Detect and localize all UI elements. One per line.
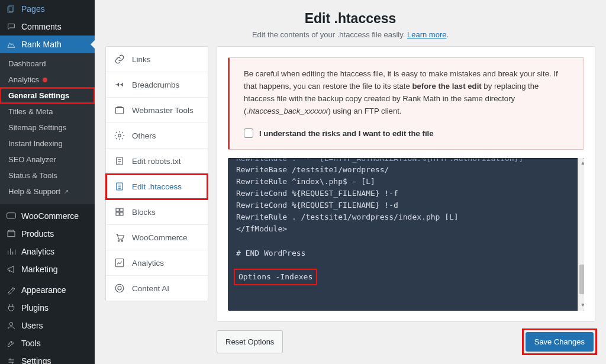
svg-rect-11 bbox=[116, 212, 119, 215]
menu-marketing[interactable]: Marketing bbox=[0, 260, 95, 278]
submenu-label: Status & Tools bbox=[8, 171, 57, 180]
footer-actions: Reset Options Save Changes bbox=[217, 322, 595, 353]
menu-rank-math[interactable]: Rank Math bbox=[0, 36, 95, 53]
submenu-help-support[interactable]: Help & Support ↗ bbox=[0, 183, 95, 199]
code-line: RewriteRule . /testsite1/wordpress/index… bbox=[236, 212, 459, 221]
tab-edit-htaccess[interactable]: Edit .htaccess bbox=[106, 174, 208, 199]
cart-icon bbox=[114, 232, 125, 243]
analytics-tab-icon bbox=[114, 257, 125, 268]
submenu-label: Dashboard bbox=[8, 59, 46, 68]
menu-settings[interactable]: Settings bbox=[0, 352, 95, 364]
submenu-label: Help & Support bbox=[8, 187, 60, 196]
consent-checkbox[interactable] bbox=[244, 128, 253, 138]
svg-point-14 bbox=[121, 240, 123, 241]
submenu-titles-meta[interactable]: Titles & Meta bbox=[0, 104, 95, 120]
scrollbar-thumb[interactable] bbox=[579, 265, 584, 294]
submenu-dashboard[interactable]: Dashboard bbox=[0, 56, 95, 72]
plugins-icon bbox=[6, 303, 17, 313]
menu-label: Rank Math bbox=[21, 40, 62, 49]
settings-tabs: Links Breadcrumbs Webmaster Tools Others… bbox=[105, 46, 208, 301]
external-link-icon: ↗ bbox=[64, 188, 69, 195]
menu-users[interactable]: Users bbox=[0, 317, 95, 334]
menu-analytics[interactable]: Analytics bbox=[0, 243, 95, 260]
tab-label: Webmaster Tools bbox=[132, 106, 194, 115]
svg-rect-9 bbox=[116, 208, 119, 211]
menu-tools[interactable]: Tools bbox=[0, 334, 95, 352]
breadcrumbs-icon bbox=[114, 79, 125, 90]
wp-admin-sidebar: Pages Comments Rank Math Dashboard Analy… bbox=[0, 0, 95, 364]
content-ai-icon bbox=[114, 283, 125, 294]
tab-links[interactable]: Links bbox=[106, 47, 208, 72]
submenu-label: Instant Indexing bbox=[8, 139, 63, 148]
svg-rect-2 bbox=[7, 213, 16, 218]
settings-icon bbox=[6, 356, 17, 364]
htaccess-editor-card: Be careful when editing the htaccess fil… bbox=[217, 46, 595, 322]
tab-others[interactable]: Others bbox=[106, 123, 208, 149]
users-icon bbox=[6, 321, 17, 330]
menu-pages[interactable]: Pages bbox=[0, 0, 95, 18]
tab-content-ai[interactable]: Content AI bbox=[106, 276, 208, 301]
svg-point-17 bbox=[118, 286, 121, 290]
menu-products[interactable]: Products bbox=[0, 225, 95, 243]
submenu-status-tools[interactable]: Status & Tools bbox=[0, 167, 95, 183]
submenu-sitemap-settings[interactable]: Sitemap Settings bbox=[0, 120, 95, 136]
scroll-up-arrow[interactable]: ▲ bbox=[578, 159, 584, 167]
submenu-label: Analytics bbox=[8, 75, 39, 84]
tab-webmaster-tools[interactable]: Webmaster Tools bbox=[106, 98, 208, 123]
menu-woocommerce[interactable]: WooCommerce bbox=[0, 207, 95, 225]
submenu-instant-indexing[interactable]: Instant Indexing bbox=[0, 136, 95, 152]
tab-analytics[interactable]: Analytics bbox=[106, 250, 208, 276]
code-line: RewriteCond %{REQUEST_FILENAME} !-f bbox=[236, 189, 398, 198]
rank-math-icon bbox=[6, 40, 17, 49]
reset-options-button[interactable]: Reset Options bbox=[217, 330, 283, 353]
textarea-scrollbar[interactable]: ▲▼ bbox=[578, 158, 584, 311]
menu-label: Pages bbox=[21, 4, 45, 14]
menu-label: Settings bbox=[21, 356, 51, 364]
tab-label: Breadcrumbs bbox=[132, 80, 179, 89]
svg-point-16 bbox=[115, 284, 124, 292]
code-line: RewriteBase /testsite1/wordpress/ bbox=[236, 165, 389, 174]
warning-box: Be careful when editing the htaccess fil… bbox=[228, 57, 584, 150]
subtitle-text: . bbox=[446, 30, 449, 39]
submenu-label: Titles & Meta bbox=[8, 107, 53, 116]
submenu-seo-analyzer[interactable]: SEO Analyzer bbox=[0, 152, 95, 167]
comments-icon bbox=[6, 22, 17, 31]
code-line-highlighted: Options -Indexes bbox=[236, 271, 315, 283]
submenu-general-settings[interactable]: General Settings bbox=[0, 88, 95, 104]
save-changes-button[interactable]: Save Changes bbox=[526, 332, 594, 352]
learn-more-link[interactable]: Learn more bbox=[407, 30, 446, 39]
menu-comments[interactable]: Comments bbox=[0, 18, 95, 36]
settings-container: Links Breadcrumbs Webmaster Tools Others… bbox=[105, 46, 595, 353]
tab-woocommerce[interactable]: WooCommerce bbox=[106, 225, 208, 250]
notification-dot bbox=[43, 78, 47, 82]
page-header: Edit .htaccess Edit the contents of your… bbox=[95, 0, 606, 46]
submenu-label: SEO Analyzer bbox=[8, 155, 56, 164]
htaccess-textarea[interactable]: RewriteRule . - [L=HTTP_AUTHORIZATION:%{… bbox=[228, 158, 584, 311]
submenu-label: Sitemap Settings bbox=[8, 123, 66, 132]
scroll-down-arrow[interactable]: ▼ bbox=[578, 301, 584, 310]
menu-label: Users bbox=[21, 321, 43, 330]
tab-blocks[interactable]: Blocks bbox=[106, 199, 208, 225]
menu-label: Marketing bbox=[21, 265, 57, 274]
robots-icon bbox=[114, 156, 125, 166]
tab-label: Links bbox=[132, 55, 151, 64]
warning-filename: .htaccess_back_xxxxxx bbox=[246, 107, 328, 115]
menu-plugins[interactable]: Plugins bbox=[0, 299, 95, 317]
tab-breadcrumbs[interactable]: Breadcrumbs bbox=[106, 72, 208, 98]
subtitle-text: Edit the contents of your .htaccess file… bbox=[252, 30, 407, 39]
tab-label: Analytics bbox=[132, 259, 164, 268]
menu-appearance[interactable]: Appearance bbox=[0, 281, 95, 299]
tab-label: WooCommerce bbox=[132, 233, 188, 242]
marketing-icon bbox=[6, 265, 17, 274]
webmaster-icon bbox=[114, 105, 125, 115]
code-line: RewriteRule . - [L=HTTP_AUTHORIZATION:%{… bbox=[236, 158, 523, 163]
submenu-label: General Settings bbox=[8, 91, 69, 100]
main-content: Edit .htaccess Edit the contents of your… bbox=[95, 0, 606, 364]
svg-point-6 bbox=[118, 134, 121, 137]
tab-edit-robots[interactable]: Edit robots.txt bbox=[106, 149, 208, 174]
htaccess-icon bbox=[114, 181, 125, 192]
consent-label[interactable]: I understand the risks and I want to edi… bbox=[259, 127, 434, 140]
submenu-analytics[interactable]: Analytics bbox=[0, 72, 95, 88]
menu-label: Products bbox=[21, 229, 54, 239]
others-icon bbox=[114, 130, 125, 141]
